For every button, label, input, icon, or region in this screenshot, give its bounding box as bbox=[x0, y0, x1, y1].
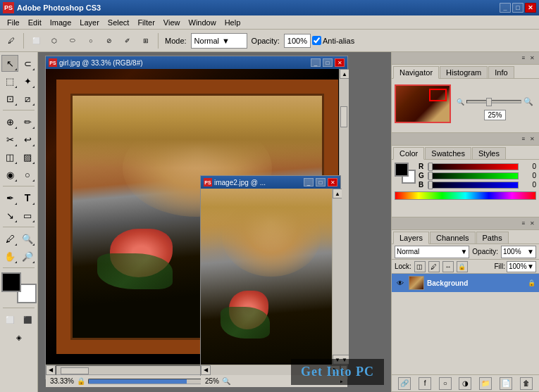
marquee-opt1[interactable]: ⬜ bbox=[27, 32, 44, 49]
eyedropper-tool[interactable]: 🔍 bbox=[19, 230, 36, 247]
menu-image[interactable]: Image bbox=[46, 17, 76, 28]
menu-help[interactable]: Help bbox=[221, 17, 245, 28]
layers-panel-menu[interactable]: ≡ bbox=[519, 220, 528, 228]
lock-transparent-btn[interactable]: ◫ bbox=[414, 261, 426, 272]
fullscreen-mode-btn[interactable]: ⬛ bbox=[19, 311, 36, 328]
doc-titlebar-2[interactable]: PS image2.jpg @ ... _ □ ✕ bbox=[201, 176, 340, 189]
foreground-color-swatch[interactable] bbox=[1, 272, 21, 292]
notes-tool[interactable]: 🖊 bbox=[1, 230, 18, 247]
shape-tool[interactable]: ▭ bbox=[19, 207, 36, 224]
scroll-up-2[interactable]: ▲ bbox=[333, 189, 342, 198]
add-mask-btn[interactable]: ○ bbox=[439, 377, 452, 390]
fill-dropdown[interactable]: 100% ▼ bbox=[507, 261, 536, 272]
b-value[interactable]: 0 bbox=[521, 181, 536, 189]
doc-close-2[interactable]: ✕ bbox=[328, 178, 337, 186]
slice-tool[interactable]: ⧄ bbox=[19, 90, 36, 107]
blend-mode-dropdown[interactable]: Normal ▼ bbox=[395, 246, 469, 258]
pen-tool[interactable]: ✒ bbox=[1, 189, 18, 206]
nav-slider-thumb[interactable] bbox=[486, 98, 492, 106]
g-thumb[interactable] bbox=[428, 172, 433, 180]
tab-paths[interactable]: Paths bbox=[476, 232, 509, 244]
menu-file[interactable]: File bbox=[3, 17, 24, 28]
doc-canvas-2[interactable]: ▲ ▼ bbox=[201, 189, 342, 365]
tab-info[interactable]: Info bbox=[488, 66, 514, 78]
b-slider[interactable] bbox=[428, 182, 519, 189]
scroll-track-2[interactable] bbox=[333, 198, 342, 355]
tool-preset-btn[interactable]: 🖊 bbox=[3, 32, 20, 49]
type-tool[interactable]: T bbox=[19, 189, 36, 206]
scroll-up-1[interactable]: ▲ bbox=[340, 69, 349, 79]
link-layers-btn[interactable]: 🔗 bbox=[398, 377, 411, 390]
doc-maximize-1[interactable]: □ bbox=[323, 58, 333, 67]
r-value[interactable]: 0 bbox=[521, 163, 536, 170]
tab-channels[interactable]: Channels bbox=[430, 232, 475, 244]
vscrollbar-2[interactable]: ▲ ▼ bbox=[332, 189, 342, 365]
doc-maximize-2[interactable]: □ bbox=[316, 178, 326, 186]
tab-styles[interactable]: Styles bbox=[472, 147, 506, 159]
marquee-opt7[interactable]: ⊞ bbox=[137, 32, 154, 49]
hand-tool[interactable]: ✋ bbox=[1, 248, 18, 265]
mode-dropdown[interactable]: Normal ▼ bbox=[191, 33, 247, 49]
marquee-opt2[interactable]: ⬡ bbox=[46, 32, 63, 49]
lock-all-btn[interactable]: 🔒 bbox=[457, 261, 468, 272]
menu-view[interactable]: View bbox=[159, 17, 185, 28]
marquee-opt5[interactable]: ⊘ bbox=[101, 32, 118, 49]
new-adjustment-btn[interactable]: ◑ bbox=[459, 377, 471, 390]
marquee-tool[interactable]: ⬚ bbox=[1, 72, 18, 89]
r-slider[interactable] bbox=[428, 163, 519, 170]
delete-layer-btn[interactable]: 🗑 bbox=[520, 377, 533, 390]
gradient-tool[interactable]: ▨ bbox=[19, 148, 36, 165]
g-slider[interactable] bbox=[428, 172, 519, 179]
maximize-button[interactable]: □ bbox=[512, 3, 523, 13]
doc-minimize-2[interactable]: _ bbox=[304, 178, 314, 186]
menu-window[interactable]: Window bbox=[185, 17, 221, 28]
color-panel-close[interactable]: ✕ bbox=[528, 135, 536, 144]
nav-slider-track[interactable] bbox=[466, 100, 521, 103]
antialias-checkbox[interactable] bbox=[312, 36, 321, 45]
tab-swatches[interactable]: Swatches bbox=[425, 147, 471, 159]
tab-navigator[interactable]: Navigator bbox=[393, 66, 439, 79]
healing-brush-tool[interactable]: ⊕ bbox=[1, 113, 18, 130]
nav-panel-close[interactable]: ✕ bbox=[528, 54, 536, 63]
r-thumb[interactable] bbox=[428, 163, 433, 171]
layer-visibility-bg[interactable]: 👁 bbox=[395, 277, 406, 289]
history-brush-tool[interactable]: ↩ bbox=[19, 131, 36, 148]
doc-titlebar-1[interactable]: PS girl.jpg @ 33.3% (RGB/8#) _ □ ✕ bbox=[46, 56, 347, 69]
marquee-opt4[interactable]: ○ bbox=[82, 32, 99, 49]
antialias-option[interactable]: Anti-alias bbox=[312, 36, 354, 45]
standard-mode-btn[interactable]: ⬜ bbox=[1, 311, 18, 328]
marquee-opt3[interactable]: ⬭ bbox=[64, 32, 81, 49]
menu-layer[interactable]: Layer bbox=[75, 17, 104, 28]
cs-online-btn[interactable]: ◈ bbox=[11, 329, 27, 346]
lock-position-btn[interactable]: ↔ bbox=[442, 261, 454, 272]
close-button[interactable]: ✕ bbox=[525, 3, 536, 13]
add-style-btn[interactable]: f bbox=[419, 377, 431, 390]
doc-minimize-1[interactable]: _ bbox=[311, 58, 321, 67]
menu-edit[interactable]: Edit bbox=[24, 17, 46, 28]
nav-zoom-value[interactable]: 25% bbox=[484, 110, 505, 120]
new-layer-btn[interactable]: 📄 bbox=[500, 377, 512, 390]
fg-color-box[interactable] bbox=[395, 163, 409, 177]
doc-close-1[interactable]: ✕ bbox=[335, 58, 345, 67]
minimize-button[interactable]: _ bbox=[500, 3, 511, 13]
eraser-tool[interactable]: ◫ bbox=[1, 148, 18, 165]
tab-color[interactable]: Color bbox=[393, 147, 424, 160]
b-thumb[interactable] bbox=[428, 181, 433, 189]
opacity-dropdown[interactable]: 100% ▼ bbox=[501, 246, 536, 258]
layers-panel-close[interactable]: ✕ bbox=[528, 220, 536, 228]
crop-tool[interactable]: ⊡ bbox=[1, 90, 18, 107]
scroll-hthumb-1[interactable] bbox=[61, 367, 89, 374]
color-panel-menu[interactable]: ≡ bbox=[519, 135, 528, 144]
zoom-tool[interactable]: 🔎 bbox=[19, 248, 36, 265]
menu-select[interactable]: Select bbox=[104, 17, 134, 28]
scroll-thumb-1[interactable] bbox=[340, 106, 347, 127]
nav-panel-menu[interactable]: ≡ bbox=[519, 54, 528, 63]
tab-histogram[interactable]: Histogram bbox=[440, 66, 488, 78]
new-group-btn[interactable]: 📁 bbox=[479, 377, 492, 390]
dodge-tool[interactable]: ○ bbox=[19, 166, 36, 183]
clone-stamp-tool[interactable]: ✂ bbox=[1, 131, 18, 148]
tab-layers[interactable]: Layers bbox=[393, 232, 429, 244]
path-selection-tool[interactable]: ↘ bbox=[1, 207, 18, 224]
scroll-left-2[interactable]: ◀ bbox=[201, 365, 211, 375]
layer-item-background[interactable]: 👁 Background 🔒 bbox=[392, 274, 539, 292]
